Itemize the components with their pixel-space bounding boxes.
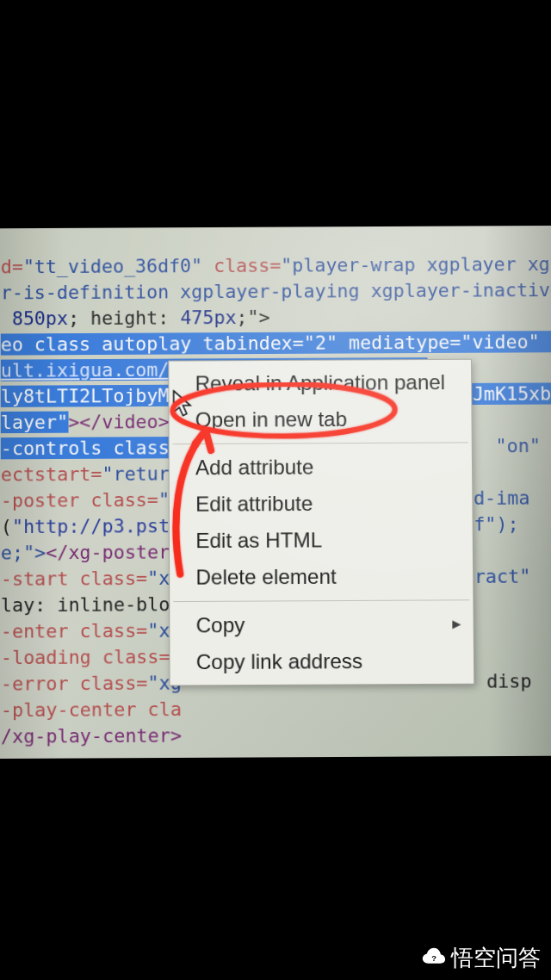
cursor-icon: [172, 390, 195, 419]
src-line: -loading class=: [1, 646, 170, 668]
src-line: d="tt_video_36df0" class="player-wrap xg…: [1, 253, 551, 277]
closing-tag: ></video>: [68, 411, 170, 433]
src-line: e;"></xg-poster>: [1, 541, 181, 563]
sel-bg-line: -controls class=: [1, 437, 181, 459]
src-line: /xg-play-center>: [1, 724, 182, 747]
attr-val: "tt_video_36df0": [23, 255, 202, 277]
menu-copy-link-address[interactable]: Copy link address: [170, 642, 474, 681]
menu-open-in-new-tab[interactable]: Open in new tab: [169, 400, 471, 438]
src-line: -play-center cla: [1, 698, 182, 722]
watermark-text: 悟空问答: [451, 943, 541, 973]
menu-delete-element[interactable]: Delete element: [170, 558, 473, 596]
context-menu: Reveal in Application panel Open in new …: [168, 359, 474, 686]
src-line: -enter class="xg: [1, 619, 182, 642]
menu-add-attribute[interactable]: Add attribute: [170, 448, 473, 486]
attr-name: d=: [1, 256, 23, 277]
screenshot-viewport: d="tt_video_36df0" class="player-wrap xg…: [0, 0, 551, 980]
src-line: ectstart="retur: [1, 462, 170, 485]
devtools-photo: d="tt_video_36df0" class="player-wrap xg…: [0, 226, 551, 759]
menu-separator: [173, 599, 469, 602]
menu-edit-as-html[interactable]: Edit as HTML: [170, 521, 473, 559]
svg-text:?: ?: [431, 954, 436, 963]
src-line: 850px; height: 475px;">: [1, 307, 270, 330]
cloud-qa-icon: ?: [420, 946, 446, 971]
attr-name: class=: [202, 255, 281, 277]
src-line: r-is-definition xgplayer-playing xgplaye…: [1, 279, 551, 304]
watermark: ? 悟空问答: [420, 943, 541, 973]
attr-val: "player-wrap xgplayer xgpl: [281, 253, 551, 276]
menu-edit-attribute[interactable]: Edit attribute: [170, 485, 473, 523]
src-line: lay: inline-bloc: [1, 593, 182, 616]
menu-separator: [173, 442, 468, 444]
src-line: >: [1, 752, 12, 759]
menu-reveal-in-application-panel[interactable]: Reveal in Application panel: [169, 364, 471, 402]
menu-copy[interactable]: Copy: [170, 605, 474, 643]
